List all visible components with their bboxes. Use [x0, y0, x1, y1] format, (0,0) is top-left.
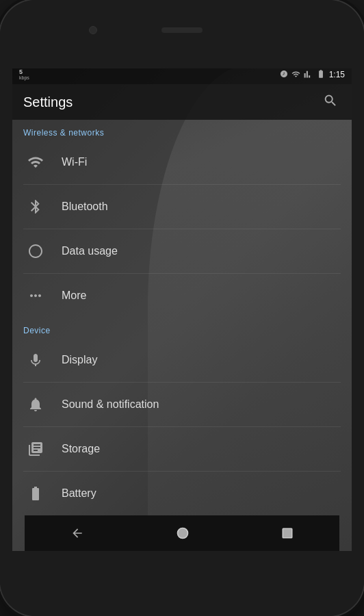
more-label: More [62, 290, 86, 302]
battery-status-icon [316, 69, 326, 80]
settings-list: Wireless & networks Wi-Fi Bluetooth [12, 120, 352, 551]
storage-icon [23, 437, 48, 461]
phone-shell: 5 kbps [0, 0, 364, 616]
settings-item-battery[interactable]: Battery [12, 472, 352, 515]
signal-icon [304, 70, 313, 80]
display-label: Display [62, 354, 97, 366]
wifi-icon [23, 150, 48, 175]
svg-point-0 [178, 528, 188, 539]
navigation-bar [25, 515, 339, 551]
app-bar: Settings [12, 84, 352, 120]
status-kbps: 5 kbps [19, 69, 29, 80]
svg-rect-1 [283, 528, 292, 538]
sound-label: Sound & notification [62, 398, 159, 411]
bluetooth-icon [23, 194, 48, 219]
settings-item-storage[interactable]: Storage [12, 427, 352, 471]
status-left: 5 kbps [19, 69, 29, 80]
phone-screen: 5 kbps [12, 65, 352, 551]
wifi-label: Wi-Fi [62, 156, 87, 168]
phone-bottom-bar [0, 551, 364, 616]
recents-button[interactable] [268, 522, 307, 545]
data-usage-label: Data usage [62, 245, 118, 257]
status-time: 1:15 [329, 70, 345, 79]
settings-item-display[interactable]: Display [12, 338, 352, 382]
status-right: 1:15 [280, 69, 345, 80]
settings-item-sound[interactable]: Sound & notification [12, 383, 352, 426]
page-title: Settings [23, 94, 73, 110]
camera [89, 26, 97, 34]
display-icon [23, 348, 48, 372]
phone-top-bar [0, 0, 364, 68]
home-button[interactable] [162, 521, 203, 546]
more-icon [23, 283, 48, 308]
sound-icon [23, 392, 48, 417]
wifi-status-icon [291, 70, 300, 80]
settings-item-more[interactable]: More [12, 274, 352, 318]
battery-icon [23, 481, 48, 506]
settings-item-data-usage[interactable]: Data usage [12, 229, 352, 273]
settings-item-bluetooth[interactable]: Bluetooth [12, 185, 352, 229]
section-header-wireless: Wireless & networks [12, 120, 352, 140]
back-button[interactable] [57, 521, 98, 546]
bluetooth-label: Bluetooth [62, 201, 108, 213]
data-usage-icon [23, 239, 48, 264]
battery-label: Battery [62, 487, 96, 500]
storage-label: Storage [62, 443, 100, 455]
alarm-icon [280, 70, 288, 79]
search-button[interactable] [320, 90, 341, 114]
settings-item-wifi[interactable]: Wi-Fi [12, 140, 352, 184]
section-header-device: Device [12, 318, 352, 338]
speaker [161, 27, 203, 33]
